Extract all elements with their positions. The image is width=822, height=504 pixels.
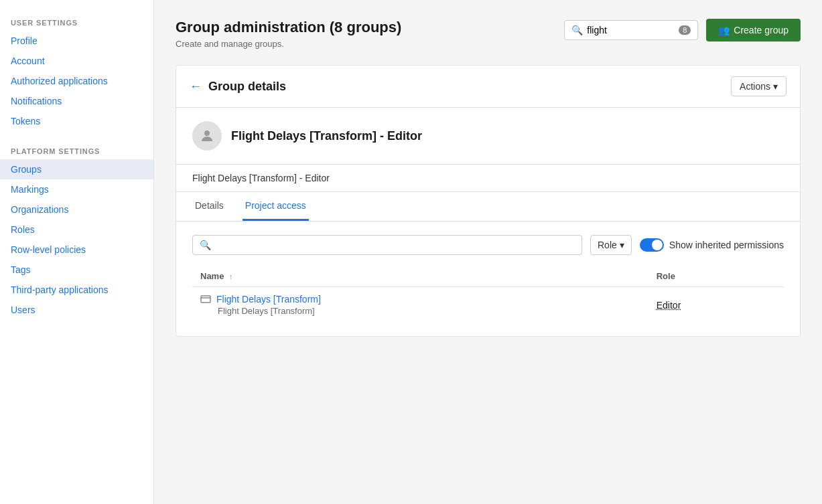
sidebar-item-account[interactable]: Account: [0, 51, 153, 71]
search-input[interactable]: [587, 25, 675, 35]
project-subname: Flight Delays [Transform]: [218, 306, 315, 316]
name-cell: Flight Delays [Transform] Flight Delays …: [200, 294, 640, 316]
user-group-icon: 👥: [718, 25, 730, 35]
svg-point-0: [204, 131, 210, 136]
avatar-icon: [199, 128, 215, 144]
table-header-name: Name ↑: [192, 266, 648, 287]
inherit-toggle-group: Show inherited permissions: [640, 238, 784, 252]
header-actions: 🔍 8 👥 Create group: [564, 19, 801, 41]
table-header-role: Role: [648, 266, 784, 287]
user-settings-label: USER SETTINGS: [0, 13, 153, 31]
filter-bar: 🔍 Role ▾ Show inherited permissions: [192, 235, 784, 255]
project-access-panel: 🔍 Role ▾ Show inherited permissions: [176, 222, 800, 336]
role-chevron-icon: ▾: [620, 240, 624, 250]
sidebar-item-tokens[interactable]: Tokens: [0, 111, 153, 131]
back-arrow-icon: ←: [190, 80, 202, 94]
sidebar-item-notifications[interactable]: Notifications: [0, 91, 153, 111]
sidebar-item-tags[interactable]: Tags: [0, 260, 153, 280]
group-info: Flight Delays [Transform] - Editor: [176, 108, 800, 165]
tab-project-access[interactable]: Project access: [243, 192, 309, 221]
chevron-down-icon: ▾: [773, 81, 778, 92]
toggle-knob: [652, 240, 663, 250]
table-header: Name ↑ Role: [192, 266, 784, 287]
card-title: Group details: [208, 80, 286, 94]
search-icon: 🔍: [571, 25, 583, 35]
card-header: ← Group details Actions ▾: [176, 66, 800, 108]
sidebar-item-roles[interactable]: Roles: [0, 220, 153, 240]
tab-details[interactable]: Details: [192, 192, 226, 221]
back-button[interactable]: ←: [190, 80, 202, 94]
search-count-badge: 8: [679, 25, 691, 35]
page-title-group: Group administration (8 groups) Create a…: [176, 19, 401, 49]
platform-settings-label: PLATFORM SETTINGS: [0, 142, 153, 159]
role-value: Editor: [657, 300, 681, 311]
page-header: Group administration (8 groups) Create a…: [176, 19, 801, 49]
project-icon: [200, 295, 211, 304]
search-box[interactable]: 🔍 8: [564, 20, 698, 40]
name-row: Flight Delays [Transform]: [200, 294, 321, 305]
main-content: Group administration (8 groups) Create a…: [154, 0, 822, 504]
tabs: Details Project access: [176, 192, 800, 222]
svg-rect-1: [201, 296, 210, 303]
filter-search-box[interactable]: 🔍: [192, 235, 582, 255]
project-link[interactable]: Flight Delays [Transform]: [216, 294, 321, 305]
role-filter-button[interactable]: Role ▾: [590, 235, 632, 255]
table-row: Flight Delays [Transform] Flight Delays …: [192, 287, 784, 323]
table-body: Flight Delays [Transform] Flight Delays …: [192, 287, 784, 323]
sidebar-item-row-level-policies[interactable]: Row-level policies: [0, 240, 153, 260]
group-display-name: Flight Delays [Transform] - Editor: [192, 173, 330, 183]
group-display-name-row: Flight Delays [Transform] - Editor: [176, 165, 800, 192]
filter-search-icon: 🔍: [200, 240, 211, 250]
group-avatar: [192, 121, 222, 151]
sidebar-item-third-party-applications[interactable]: Third-party applications: [0, 280, 153, 300]
inherit-toggle-label: Show inherited permissions: [669, 240, 784, 250]
inherit-toggle-switch[interactable]: [640, 238, 664, 252]
create-group-button[interactable]: 👥 Create group: [706, 19, 801, 41]
actions-button[interactable]: Actions ▾: [731, 76, 786, 96]
sidebar: USER SETTINGS Profile Account Authorized…: [0, 0, 154, 504]
sidebar-item-groups[interactable]: Groups: [0, 159, 153, 179]
group-title: Flight Delays [Transform] - Editor: [231, 129, 422, 143]
sort-asc-icon: ↑: [229, 272, 233, 280]
page-title: Group administration (8 groups): [176, 19, 401, 36]
table-cell-name: Flight Delays [Transform] Flight Delays …: [192, 287, 648, 323]
sidebar-item-markings[interactable]: Markings: [0, 179, 153, 199]
page-subtitle: Create and manage groups.: [176, 39, 401, 49]
sidebar-item-organizations[interactable]: Organizations: [0, 199, 153, 220]
project-access-table: Name ↑ Role: [192, 266, 784, 323]
group-details-card: ← Group details Actions ▾ Flight Del: [176, 65, 801, 337]
filter-search-input[interactable]: [215, 240, 575, 250]
sidebar-item-profile[interactable]: Profile: [0, 31, 153, 51]
sidebar-item-users[interactable]: Users: [0, 300, 153, 320]
card-header-left: ← Group details: [190, 80, 286, 94]
sidebar-item-authorized-applications[interactable]: Authorized applications: [0, 71, 153, 91]
table-cell-role: Editor: [648, 287, 784, 323]
